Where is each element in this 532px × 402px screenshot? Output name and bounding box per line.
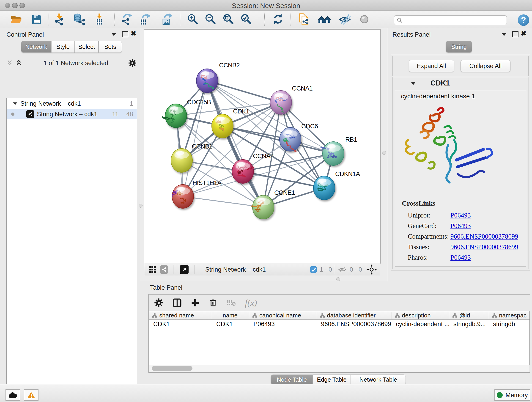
scrollbar-thumb[interactable] xyxy=(152,366,192,371)
network-canvas[interactable]: CCNB2CCNA1CDC25BCDK1CDC6RB1CCNB1CCNA2CDK… xyxy=(144,29,380,264)
crosslink-link[interactable]: 9606.ENSP00000378699 xyxy=(450,243,518,251)
panel-float-icon[interactable] xyxy=(512,31,519,37)
gene-collapse-icon[interactable] xyxy=(411,82,416,85)
show-columns-icon[interactable] xyxy=(172,298,182,307)
column-header[interactable]: @id xyxy=(449,312,489,319)
grid-view-icon[interactable] xyxy=(148,266,156,274)
panel-menu-icon[interactable] xyxy=(111,33,116,36)
crosslink-link[interactable]: P06493 xyxy=(450,254,471,261)
cloud-icon xyxy=(8,392,17,398)
homes-icon[interactable] xyxy=(318,13,331,26)
horizontal-splitter-handle[interactable] xyxy=(336,277,340,281)
panel-close-icon[interactable]: ✖ xyxy=(131,31,136,36)
column-header[interactable]: name xyxy=(211,312,249,319)
network-node-HIST1H1A[interactable]: HIST1H1A xyxy=(172,179,222,208)
collapse-all-button[interactable]: Collapse All xyxy=(461,60,510,72)
tab-network[interactable]: Network xyxy=(21,41,51,53)
column-header[interactable]: description xyxy=(392,312,449,319)
selection-status: 1 of 1 Network selected xyxy=(23,60,128,67)
network-node-CCNB1[interactable]: CCNB1 xyxy=(171,143,212,172)
left-splitter-handle[interactable] xyxy=(139,204,143,208)
network-list: String Network – cdk1 1 String Network –… xyxy=(6,98,137,402)
tab-sets[interactable]: Sets xyxy=(99,41,122,53)
network-node-CCNA1[interactable]: CCNA1 xyxy=(270,85,312,114)
share-document-icon[interactable] xyxy=(298,13,311,26)
right-splitter-handle[interactable] xyxy=(382,151,386,155)
zoom-fit-icon[interactable] xyxy=(222,13,234,26)
horizontal-scrollbar[interactable] xyxy=(149,365,529,372)
network-edge[interactable] xyxy=(207,81,281,102)
cloud-button[interactable] xyxy=(6,389,20,401)
warnings-button[interactable] xyxy=(24,389,38,401)
crosslink-link[interactable]: P06493 xyxy=(450,211,471,219)
collapse-all-icon[interactable] xyxy=(6,60,14,66)
column-header[interactable]: namespac xyxy=(489,312,530,319)
tab-edge-table[interactable]: Edge Table xyxy=(313,375,351,385)
network-node-CDKN1A[interactable]: CDKN1A xyxy=(313,170,360,200)
node-label: CDK1 xyxy=(233,108,249,115)
tab-network-table[interactable]: Network Table xyxy=(351,375,406,385)
network-edge[interactable] xyxy=(183,196,263,207)
import-network-database-icon[interactable] xyxy=(72,13,85,26)
window-title: Session: New Session xyxy=(0,2,532,10)
save-session-icon[interactable] xyxy=(30,13,43,26)
tab-style[interactable]: Style xyxy=(51,41,75,53)
network-row-selected[interactable]: String Network – cdk1 11 48 xyxy=(7,109,137,119)
network-edge[interactable] xyxy=(207,81,263,207)
search-field[interactable] xyxy=(394,15,507,25)
network-node-CDC6[interactable]: CDC6 xyxy=(279,123,318,152)
crosslink-link[interactable]: P06493 xyxy=(450,222,471,230)
hidden-eye-icon[interactable] xyxy=(338,266,347,273)
selected-checkbox-icon[interactable] xyxy=(310,266,317,273)
title-bar: Session: New Session xyxy=(0,0,532,11)
node-label: CDC25B xyxy=(187,99,211,106)
open-in-window-icon[interactable] xyxy=(180,265,189,274)
network-collection-row[interactable]: String Network – cdk1 1 xyxy=(7,98,137,109)
panel-float-icon[interactable] xyxy=(122,31,128,37)
zoom-in-icon[interactable] xyxy=(186,13,199,26)
hide-unhide-icon[interactable] xyxy=(338,13,351,26)
results-panel-title: Results Panel xyxy=(393,31,431,38)
gear-icon[interactable] xyxy=(154,298,163,307)
network-node-RB1[interactable]: RB1 xyxy=(321,136,357,166)
zoom-out-icon[interactable] xyxy=(204,13,217,26)
import-network-icon[interactable] xyxy=(53,13,66,26)
search-input[interactable] xyxy=(403,17,502,24)
gene-name: CDK1 xyxy=(431,79,450,87)
export-image-icon[interactable] xyxy=(161,13,173,26)
panel-close-icon[interactable]: ✖ xyxy=(521,31,526,36)
expand-all-icon[interactable] xyxy=(16,60,23,66)
protein-structure-image xyxy=(399,105,500,196)
string-badge-icon[interactable] xyxy=(160,265,168,274)
crosslink-link[interactable]: 9606.ENSP00000378699 xyxy=(450,233,518,240)
help-button[interactable]: ? xyxy=(518,14,529,26)
network-edge[interactable] xyxy=(243,172,324,188)
memory-button[interactable]: Memory xyxy=(494,389,530,401)
column-header[interactable]: shared name xyxy=(149,312,211,319)
delete-column-icon[interactable] xyxy=(209,298,217,307)
gene-section: CDK1 cyclin-dependent kinase 1 xyxy=(392,77,529,269)
add-column-icon[interactable] xyxy=(191,298,200,307)
tree-expand-icon[interactable] xyxy=(13,102,17,105)
zoom-selected-icon[interactable] xyxy=(240,13,253,26)
column-header[interactable]: database identifier xyxy=(317,312,392,319)
tab-node-table[interactable]: Node Table xyxy=(271,375,313,385)
import-table-icon[interactable] xyxy=(93,13,106,26)
gear-icon[interactable] xyxy=(128,59,137,67)
panel-menu-icon[interactable] xyxy=(501,33,507,36)
main-toolbar: ? xyxy=(0,11,532,28)
table-row[interactable]: CDK1 CDK1 P06493 9606.ENSP00000378699 cy… xyxy=(149,320,530,328)
export-network-icon[interactable] xyxy=(120,13,133,26)
column-header[interactable]: canonical name xyxy=(249,312,317,319)
gene-description: cyclin-dependent kinase 1 xyxy=(401,93,475,100)
crosslink-label: Uniprot: xyxy=(408,211,450,219)
refresh-icon[interactable] xyxy=(272,13,284,26)
gray-eye-icon xyxy=(358,13,371,26)
tab-string[interactable]: String xyxy=(446,41,472,53)
gene-header-row[interactable]: CDK1 xyxy=(393,77,529,89)
expand-all-button[interactable]: Expand All xyxy=(409,60,454,72)
open-session-icon[interactable] xyxy=(10,13,22,26)
tab-select[interactable]: Select xyxy=(75,41,99,53)
export-table-icon[interactable] xyxy=(139,13,152,26)
birds-eye-crosshair-icon[interactable] xyxy=(367,264,377,274)
